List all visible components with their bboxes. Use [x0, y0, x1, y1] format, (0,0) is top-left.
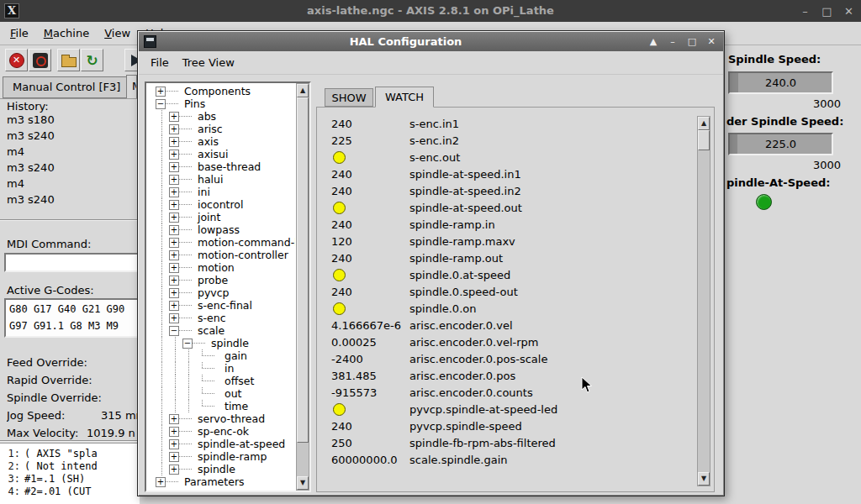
scroll-down-icon[interactable]: ▼ — [297, 476, 309, 490]
tree-item-motion-command-h[interactable]: +motion-command-h — [147, 236, 295, 249]
tree-item-motion-controller[interactable]: +motion-controller — [147, 249, 295, 261]
gcode-line[interactable]: 2:( Not intend — [0, 460, 140, 473]
tab-mdi[interactable]: MDI [F5] — [126, 75, 137, 98]
menu-view[interactable]: View — [97, 24, 138, 42]
tree-item-probe[interactable]: +probe — [147, 274, 295, 286]
gcode-line[interactable]: 1:( AXIS "spla — [0, 448, 140, 460]
history-item[interactable]: m3 s240 — [7, 192, 135, 207]
tree-item-spindle[interactable]: −spindle — [147, 337, 295, 349]
tree-expand-plus-icon[interactable]: + — [169, 124, 179, 134]
tree-expand-minus-icon[interactable]: − — [169, 326, 179, 336]
menu-file[interactable]: File — [3, 24, 36, 42]
tab-watch[interactable]: WATCH — [375, 87, 434, 108]
hal-close-button[interactable]: ✕ — [705, 36, 718, 47]
tree-expand-plus-icon[interactable]: + — [169, 238, 179, 248]
history-item[interactable]: m3 s180 — [7, 112, 135, 128]
tree-item-Components[interactable]: +Components — [147, 85, 295, 97]
gcode-line[interactable]: 3:#1=.1 (SH) — [0, 473, 140, 486]
tree-expand-plus-icon[interactable]: + — [169, 187, 179, 197]
tree-expand-minus-icon[interactable]: − — [156, 99, 166, 109]
scroll-up-icon[interactable]: ▲ — [698, 117, 710, 130]
tree-expand-plus-icon[interactable]: + — [169, 313, 179, 323]
tree-expand-plus-icon[interactable]: + — [169, 263, 179, 273]
hal-menu-file[interactable]: File — [144, 54, 176, 71]
tab-manual-control[interactable]: Manual Control [F3] — [3, 76, 130, 98]
window-close-button[interactable]: ✕ — [842, 5, 856, 18]
tree-expand-plus-icon[interactable]: + — [169, 162, 179, 172]
tree-item-halui[interactable]: +halui — [147, 173, 295, 186]
encoder-spindle-speed-scale: 3000 — [728, 159, 841, 171]
tree-expand-plus-icon[interactable]: + — [169, 175, 179, 185]
mdi-command-input[interactable] — [4, 253, 140, 272]
tree-item-offset[interactable]: offset — [147, 375, 295, 387]
window-maximize-button[interactable]: □ — [820, 5, 834, 18]
tree-item-in[interactable]: in — [147, 362, 295, 375]
tree-expand-plus-icon[interactable]: + — [169, 301, 179, 311]
history-item[interactable]: m4 — [7, 144, 135, 160]
toolbar-reload-button[interactable]: ↻ — [81, 49, 103, 71]
tree-item-pyvcp[interactable]: +pyvcp — [147, 286, 295, 299]
hal-titlebar[interactable]: HAL Configuration ▲–□✕ — [139, 32, 723, 51]
tab-show[interactable]: SHOW — [325, 88, 373, 107]
tree-expand-plus-icon[interactable]: + — [169, 250, 179, 260]
tree-expand-plus-icon[interactable]: + — [169, 225, 179, 235]
tree-expand-plus-icon[interactable]: + — [169, 150, 179, 160]
toolbar-machine-power-button[interactable] — [29, 49, 51, 71]
tree-item-s-enc[interactable]: +s-enc — [147, 312, 295, 324]
tree-expand-plus-icon[interactable]: + — [169, 288, 179, 298]
tree-item-s-enc-final[interactable]: +s-enc-final — [147, 299, 295, 312]
scrollbar-thumb[interactable] — [698, 130, 710, 150]
tree-item-joint[interactable]: +joint — [147, 211, 295, 223]
history-item[interactable]: m3 s240 — [7, 160, 135, 176]
tree-item-Parameters[interactable]: +Parameters — [147, 475, 295, 488]
tree-expand-minus-icon[interactable]: − — [182, 339, 193, 349]
tree-expand-plus-icon[interactable]: + — [169, 452, 179, 462]
watch-scrollbar[interactable]: ▲ ▼ — [697, 116, 710, 486]
tree-scrollbar[interactable]: ▲ ▼ — [296, 83, 309, 491]
tree-expand-plus-icon[interactable]: + — [169, 137, 179, 147]
hal-menu-tree-view[interactable]: Tree View — [176, 54, 241, 71]
tree-expand-plus-icon[interactable]: + — [169, 112, 179, 122]
tree-item-spindle-ramp[interactable]: +spindle-ramp — [147, 450, 295, 463]
scroll-down-icon[interactable]: ▼ — [698, 472, 710, 486]
tree-expand-plus-icon[interactable]: + — [169, 414, 179, 424]
tree-expand-plus-icon[interactable]: + — [169, 200, 179, 210]
tree-item-axisui[interactable]: +axisui — [147, 148, 295, 160]
tree-item-axis[interactable]: +axis — [147, 135, 295, 148]
tree-item-ini[interactable]: +ini — [147, 186, 295, 198]
scroll-up-icon[interactable]: ▲ — [297, 84, 309, 97]
tree-item-Pins[interactable]: −Pins — [147, 97, 295, 110]
hal-maximize-button[interactable]: □ — [685, 36, 699, 47]
tree-item-servo-thread[interactable]: +servo-thread — [147, 412, 295, 425]
scrollbar-thumb[interactable] — [297, 97, 309, 443]
history-item[interactable]: m4 — [7, 176, 135, 192]
tree-expand-plus-icon[interactable]: + — [169, 427, 179, 437]
tree-item-sp-enc-ok[interactable]: +sp-enc-ok — [147, 425, 295, 438]
tree-item-time[interactable]: time — [147, 400, 295, 412]
window-minimize-button[interactable]: – — [798, 5, 812, 18]
toolbar-estop-button[interactable]: ✕ — [5, 49, 28, 71]
tree-expand-plus-icon[interactable]: + — [169, 276, 179, 286]
gcode-line[interactable]: 4:#2=.01 (CUT — [0, 486, 140, 498]
tree-expand-plus-icon[interactable]: + — [156, 477, 166, 487]
tree-item-spindle-at-speed[interactable]: +spindle-at-speed — [147, 438, 295, 450]
tree-item-iocontrol[interactable]: +iocontrol — [147, 198, 295, 211]
hal-shade-button[interactable]: ▲ — [647, 36, 660, 47]
menu-machine[interactable]: Machine — [36, 24, 97, 42]
tree-item-motion[interactable]: +motion — [147, 261, 295, 274]
tree-item-spindle[interactable]: +spindle — [147, 463, 295, 475]
tree-item-arisc[interactable]: +arisc — [147, 123, 295, 135]
tree-item-out[interactable]: out — [147, 387, 295, 400]
toolbar-open-file-button[interactable] — [57, 49, 80, 71]
tree-item-abs[interactable]: +abs — [147, 110, 295, 123]
tree-expand-plus-icon[interactable]: + — [156, 87, 166, 97]
tree-expand-plus-icon[interactable]: + — [169, 439, 179, 449]
history-item[interactable]: m3 s240 — [7, 128, 135, 144]
hal-minimize-button[interactable]: – — [666, 36, 679, 47]
tree-expand-plus-icon[interactable]: + — [169, 213, 179, 223]
tree-item-base-thread[interactable]: +base-thread — [147, 160, 295, 173]
tree-item-gain[interactable]: gain — [147, 349, 295, 362]
tree-expand-plus-icon[interactable]: + — [169, 465, 179, 475]
tree-item-scale[interactable]: −scale — [147, 324, 295, 337]
tree-item-lowpass[interactable]: +lowpass — [147, 223, 295, 236]
